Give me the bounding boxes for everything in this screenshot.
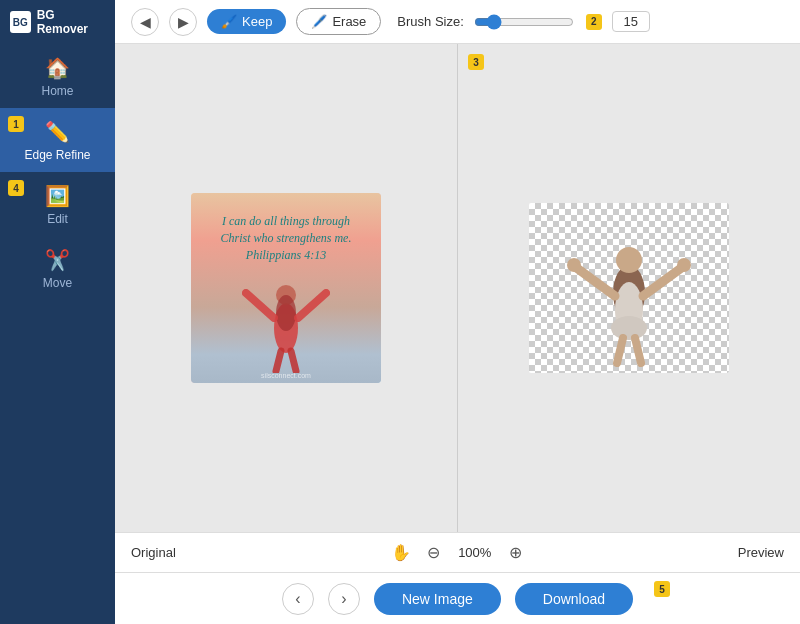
svg-line-13 [643,266,684,296]
sidebar-item-label: Move [43,276,72,290]
zoom-controls: ✋ ⊖ 100% ⊕ [387,541,526,564]
toolbar: ◀ ▶ 🖌️ Keep 🖊️ Erase Brush Size: 2 [115,0,800,44]
next-arrow-button[interactable]: › [328,583,360,615]
new-image-label: New Image [402,591,473,607]
keep-button[interactable]: 🖌️ Keep [207,9,286,34]
erase-label: Erase [332,14,366,29]
app-title: BG Remover [37,8,105,36]
sidebar-item-label: Edit [47,212,68,226]
sidebar-item-move[interactable]: ✂️ Move [0,236,115,300]
brush-size-label: Brush Size: [397,14,463,29]
svg-point-14 [677,258,691,272]
zoom-in-button[interactable]: ⊕ [505,541,526,564]
badge-3: 3 [468,54,484,70]
undo-button[interactable]: ◀ [131,8,159,36]
badge-1: 1 [8,116,24,132]
prev-arrow-icon: ‹ [295,590,300,608]
sidebar-item-home[interactable]: 🏠 Home [0,44,115,108]
edit-icon: 🖼️ [45,186,70,206]
redo-button[interactable]: ▶ [169,8,197,36]
sidebar-item-label: Home [41,84,73,98]
badge-4: 4 [8,180,24,196]
edge-refine-icon: ✏️ [45,122,70,142]
download-button[interactable]: Download [515,583,633,615]
person-silhouette-processed [549,238,709,368]
next-arrow-icon: › [341,590,346,608]
svg-point-8 [616,247,642,273]
hand-tool-button[interactable]: ✋ [387,541,415,564]
sidebar-item-label: Edge Refine [24,148,90,162]
erase-button[interactable]: 🖊️ Erase [296,8,381,35]
keep-icon: 🖌️ [221,14,237,29]
sidebar-item-edge-refine[interactable]: 1 ✏️ Edge Refine [0,108,115,172]
svg-line-11 [574,266,615,296]
image-watermark: silsconnect.com [191,372,381,379]
svg-line-4 [298,293,326,318]
home-icon: 🏠 [45,58,70,78]
badge-2: 2 [586,14,602,30]
zoom-out-button[interactable]: ⊖ [423,541,444,564]
svg-point-2 [276,295,296,331]
original-panel: I can do all things through Christ who s… [115,44,458,532]
svg-line-6 [291,351,296,371]
move-icon: ✂️ [45,250,70,270]
zoom-value: 100% [452,545,497,560]
new-image-button[interactable]: New Image [374,583,501,615]
erase-icon: 🖊️ [311,14,327,29]
canvas-area: I can do all things through Christ who s… [115,44,800,532]
main-area: ◀ ▶ 🖌️ Keep 🖊️ Erase Brush Size: 2 I can… [115,0,800,624]
svg-point-12 [567,258,581,272]
sidebar-item-edit[interactable]: 4 🖼️ Edit [0,172,115,236]
keep-label: Keep [242,14,272,29]
original-image: I can do all things through Christ who s… [191,193,381,383]
badge-5: 5 [654,581,670,597]
svg-line-15 [617,338,623,363]
bottom-bar: Original ✋ ⊖ 100% ⊕ Preview [115,532,800,572]
sidebar: BG BG Remover 🏠 Home 1 ✏️ Edge Refine 4 … [0,0,115,624]
svg-line-5 [276,351,281,371]
preview-label: Preview [738,545,784,560]
logo-icon: BG [10,11,31,33]
app-logo: BG BG Remover [0,0,115,44]
person-silhouette-original [226,273,346,373]
image-content: I can do all things through Christ who s… [191,193,381,383]
processed-panel: 3 [458,44,800,532]
svg-line-16 [635,338,641,363]
brush-size-input[interactable] [612,11,650,32]
svg-line-3 [246,293,274,318]
image-scripture-text: I can do all things through Christ who s… [191,213,381,263]
original-label: Original [131,545,176,560]
scripture-line1: I can do all things through [222,214,350,228]
scripture-line2: Christ who strengthens me. [221,231,352,245]
svg-point-10 [611,316,647,340]
download-label: Download [543,591,605,607]
footer-bar: ‹ › New Image Download 5 [115,572,800,624]
scripture-line3: Philippians 4:13 [246,248,326,262]
brush-size-slider[interactable] [474,14,574,30]
processed-image [529,203,729,373]
prev-arrow-button[interactable]: ‹ [282,583,314,615]
